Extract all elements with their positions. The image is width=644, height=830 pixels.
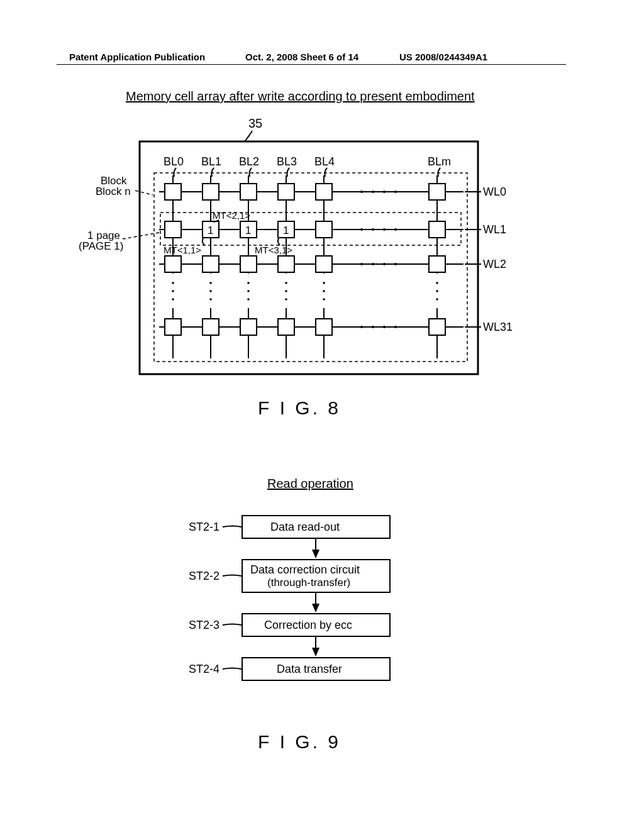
fig8-diagram: 35 BL0 BL1 BL2 BL3 BL4 BLm (79, 110, 519, 387)
svg-rect-57 (316, 184, 332, 200)
hdots (360, 191, 397, 328)
svg-rect-72 (316, 256, 332, 272)
wl2: WL2 (483, 258, 506, 270)
svg-text:1: 1 (283, 224, 289, 236)
svg-point-24 (323, 282, 325, 284)
page-header: Patent Application Publication Oct. 2, 2… (0, 52, 644, 70)
svg-text:1: 1 (245, 224, 251, 236)
svg-point-43 (372, 263, 374, 265)
block-outline (154, 173, 467, 362)
svg-point-28 (436, 290, 438, 292)
svg-point-27 (436, 282, 438, 284)
svg-rect-64 (429, 221, 445, 238)
fig9-title: Read operation (267, 477, 353, 491)
svg-rect-55 (240, 184, 257, 200)
svg-point-49 (394, 326, 397, 328)
svg-rect-78 (316, 319, 332, 335)
svg-rect-76 (240, 319, 257, 335)
bl4: BL4 (314, 155, 335, 168)
bl3: BL3 (277, 155, 297, 168)
svg-point-45 (394, 263, 397, 265)
step4-label: Data transfer (277, 663, 342, 675)
bl2: BL2 (239, 155, 259, 168)
header-rule (57, 64, 566, 65)
svg-point-12 (172, 282, 174, 284)
fig8-title: Memory cell array after write according … (126, 89, 475, 104)
mt11: MT<1,1> (164, 245, 201, 255)
step2-label-b: (through-transfer) (267, 577, 350, 589)
step2-label-a: Data correction circuit (250, 563, 360, 576)
wl1: WL1 (483, 223, 506, 236)
fig9-flowchart: Data read-out ST2-1 Data correction circ… (182, 503, 459, 717)
header-right: US 2008/0244349A1 (399, 52, 487, 62)
bl1: BL1 (201, 155, 221, 168)
svg-rect-63 (316, 221, 332, 238)
svg-text:1: 1 (208, 224, 213, 236)
fig8-caption: F I G. 8 (258, 397, 341, 419)
step2-id: ST2-2 (189, 570, 219, 582)
header-left: Patent Application Publication (69, 52, 205, 62)
fig9-caption: F I G. 9 (258, 731, 341, 753)
cell (165, 184, 181, 200)
svg-rect-56 (278, 184, 294, 200)
svg-point-35 (372, 191, 374, 193)
page-b: (PAGE 1) (79, 240, 123, 252)
svg-rect-68 (165, 256, 181, 272)
mt31: MT<3,1> (255, 245, 292, 255)
svg-point-21 (285, 282, 287, 284)
svg-point-37 (394, 191, 397, 193)
svg-point-46 (360, 326, 363, 328)
svg-point-26 (323, 298, 325, 301)
bl0: BL0 (164, 155, 184, 168)
svg-point-44 (383, 263, 386, 265)
svg-point-29 (436, 298, 438, 301)
svg-point-14 (172, 298, 174, 301)
svg-point-39 (372, 228, 374, 231)
svg-point-42 (360, 263, 363, 265)
ref-leader (245, 131, 252, 141)
svg-point-20 (247, 298, 250, 301)
wl0: WL0 (483, 185, 506, 198)
step1-id: ST2-1 (189, 521, 219, 533)
step3-id: ST2-3 (189, 619, 219, 631)
svg-rect-79 (429, 319, 445, 335)
svg-point-47 (372, 326, 374, 328)
svg-point-38 (360, 228, 363, 231)
svg-rect-74 (165, 319, 181, 335)
svg-point-13 (172, 290, 174, 292)
svg-point-17 (209, 298, 212, 301)
svg-rect-77 (278, 319, 294, 335)
svg-rect-69 (203, 256, 219, 272)
svg-rect-58 (429, 184, 445, 200)
block-b: Block n (96, 185, 131, 197)
svg-point-15 (209, 282, 212, 284)
svg-point-25 (323, 290, 325, 292)
svg-rect-54 (203, 184, 219, 200)
svg-rect-75 (203, 319, 219, 335)
step4-id: ST2-4 (189, 663, 219, 675)
svg-point-48 (383, 326, 386, 328)
svg-rect-71 (278, 256, 294, 272)
svg-point-40 (383, 228, 386, 231)
array-frame (140, 141, 478, 374)
step1-label: Data read-out (270, 521, 340, 533)
mt21: MT<2,1> (213, 210, 250, 221)
blm: BLm (428, 155, 451, 168)
svg-point-36 (383, 191, 386, 193)
svg-rect-70 (240, 256, 257, 272)
svg-point-41 (394, 228, 397, 231)
svg-point-16 (209, 290, 212, 292)
svg-point-19 (247, 290, 250, 292)
fig8-ref: 35 (248, 116, 262, 130)
step3-label: Correction by ecc (264, 619, 352, 631)
vdots (172, 282, 438, 301)
header-mid: Oct. 2, 2008 Sheet 6 of 14 (245, 52, 358, 62)
svg-point-22 (285, 290, 287, 292)
svg-point-18 (247, 282, 250, 284)
svg-point-23 (285, 298, 287, 301)
svg-rect-73 (429, 256, 445, 272)
svg-point-34 (360, 191, 363, 193)
wl31: WL31 (483, 321, 513, 333)
svg-rect-59 (165, 221, 181, 238)
